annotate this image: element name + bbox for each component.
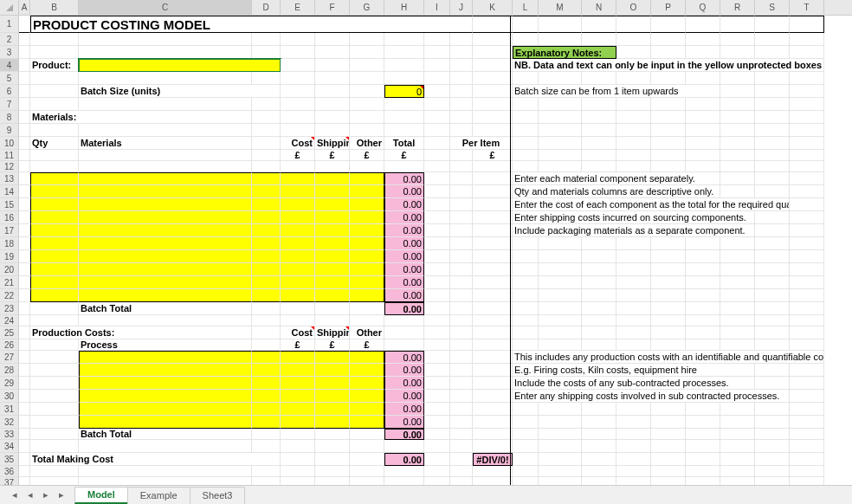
cell-K33[interactable] <box>473 429 513 440</box>
cell-S7[interactable] <box>755 98 790 111</box>
cell-E32[interactable] <box>281 416 315 429</box>
cell-P10[interactable] <box>651 137 686 150</box>
cell-E2[interactable] <box>281 33 315 46</box>
sheet-tab-model[interactable]: Model <box>74 487 128 504</box>
cell-L2[interactable] <box>513 33 539 46</box>
material-qty-input[interactable] <box>30 198 79 211</box>
cell-R19[interactable] <box>720 250 755 263</box>
cell-R2[interactable] <box>720 33 755 46</box>
cell-D31[interactable] <box>252 403 281 416</box>
cell-Q10[interactable] <box>686 137 720 150</box>
cell-D25[interactable] <box>252 326 281 339</box>
cell-R14[interactable] <box>720 185 755 198</box>
tab-scroll-first[interactable]: ◂ <box>7 486 23 505</box>
cell-K8[interactable] <box>473 111 513 124</box>
cell-O3[interactable] <box>616 46 651 59</box>
cell-P20[interactable] <box>651 263 686 276</box>
cell-G19[interactable] <box>350 250 384 263</box>
cell-E16[interactable] <box>281 211 315 224</box>
cell-J31[interactable] <box>450 403 473 416</box>
cell-A33[interactable] <box>19 429 30 440</box>
col-hdr-E[interactable]: E <box>281 0 315 15</box>
cell-S13[interactable] <box>755 172 790 185</box>
material-total-cell[interactable]: 0.00 <box>384 211 424 224</box>
material-total-cell[interactable]: 0.00 <box>384 224 424 237</box>
cell-D19[interactable] <box>252 250 281 263</box>
cell-K21[interactable] <box>473 276 513 289</box>
cell-F32[interactable] <box>315 416 350 429</box>
cell-T11[interactable] <box>790 150 824 161</box>
cell-J13[interactable] <box>450 172 473 185</box>
cell-K28[interactable] <box>473 364 513 377</box>
cell-C6[interactable]: Batch Size (units) <box>79 85 281 98</box>
cell-F12[interactable] <box>315 161 350 172</box>
material-name-input[interactable] <box>79 276 252 289</box>
cell-T18[interactable] <box>790 237 824 250</box>
cell-O2[interactable] <box>616 33 651 46</box>
cell-L33[interactable] <box>513 429 539 440</box>
cell-F14[interactable] <box>315 185 350 198</box>
cell-A4[interactable] <box>19 59 30 72</box>
row-hdr-7[interactable]: 7 <box>0 98 19 111</box>
cell-Q33[interactable] <box>686 429 720 440</box>
cell-P9[interactable] <box>651 124 686 137</box>
cell-R18[interactable] <box>720 237 755 250</box>
cell-F8[interactable] <box>315 111 350 124</box>
row-hdr-14[interactable]: 14 <box>0 185 19 198</box>
cell-I2[interactable] <box>424 33 450 46</box>
cell-T35[interactable] <box>790 453 824 466</box>
cell-I6[interactable] <box>424 85 450 98</box>
process-name-input[interactable] <box>79 351 252 364</box>
col-hdr-B[interactable]: B <box>30 0 79 15</box>
cell-G32[interactable] <box>350 416 384 429</box>
cell-L31[interactable] <box>513 403 539 416</box>
cell-C36[interactable] <box>79 466 252 477</box>
cell-N37[interactable] <box>582 477 616 485</box>
cell-T37[interactable] <box>790 477 824 485</box>
cell-F30[interactable] <box>315 390 350 403</box>
cell-B35[interactable]: Total Making Cost <box>30 453 281 466</box>
cell-L3[interactable]: Explanatory Notes: <box>513 46 616 59</box>
cell-F7[interactable] <box>315 98 350 111</box>
cell-T2[interactable] <box>790 33 824 46</box>
cell-E17[interactable] <box>281 224 315 237</box>
cell-R12[interactable] <box>720 161 755 172</box>
cell-G13[interactable] <box>350 172 384 185</box>
cell-A11[interactable] <box>19 150 30 161</box>
cell-F6[interactable] <box>315 85 350 98</box>
cell-F20[interactable] <box>315 263 350 276</box>
material-name-input[interactable] <box>79 185 252 198</box>
row-hdr-34[interactable]: 34 <box>0 440 19 453</box>
cell-N1[interactable] <box>582 16 616 33</box>
cell-Q26[interactable] <box>686 339 720 351</box>
cell-D10[interactable] <box>252 137 281 150</box>
cell-A19[interactable] <box>19 250 30 263</box>
cell-Q23[interactable] <box>686 302 720 315</box>
cell-F29[interactable] <box>315 377 350 390</box>
cell-N34[interactable] <box>582 440 616 453</box>
cell-A26[interactable] <box>19 339 30 351</box>
cell-G34[interactable] <box>350 440 384 453</box>
material-qty-input[interactable] <box>30 172 79 185</box>
product-input[interactable] <box>79 59 281 72</box>
cell-H7[interactable] <box>384 98 424 111</box>
cell-Q25[interactable] <box>686 326 720 339</box>
material-qty-input[interactable] <box>30 211 79 224</box>
cell-O10[interactable] <box>616 137 651 150</box>
cell-O8[interactable] <box>616 111 651 124</box>
cell-T21[interactable] <box>790 276 824 289</box>
cell-R37[interactable] <box>720 477 755 485</box>
cell-G15[interactable] <box>350 198 384 211</box>
cell-I29[interactable] <box>424 377 450 390</box>
cell-B9[interactable] <box>30 124 79 137</box>
cell-E29[interactable] <box>281 377 315 390</box>
cell-O24[interactable] <box>616 315 651 326</box>
cell-L11[interactable] <box>513 150 539 161</box>
cell-A18[interactable] <box>19 237 30 250</box>
cell-E26[interactable]: £ <box>281 339 315 351</box>
cell-D14[interactable] <box>252 185 281 198</box>
cell-E19[interactable] <box>281 250 315 263</box>
cell-E20[interactable] <box>281 263 315 276</box>
cell-R5[interactable] <box>720 72 755 85</box>
cell-A36[interactable] <box>19 466 30 477</box>
